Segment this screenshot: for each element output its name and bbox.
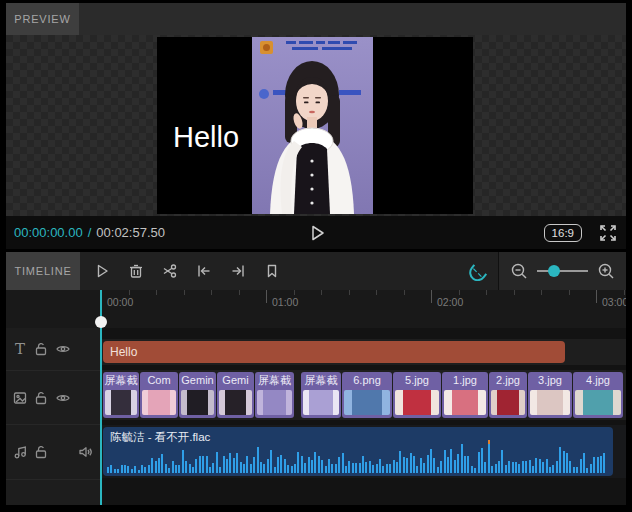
waveform-bar xyxy=(542,462,544,473)
image-clip-label: 屏幕截 xyxy=(103,372,139,388)
image-track-header xyxy=(6,371,100,425)
image-clip[interactable]: 3.jpg xyxy=(528,372,572,418)
timeline-play-button[interactable] xyxy=(90,259,114,283)
waveform-bar xyxy=(576,467,578,473)
waveform-bar xyxy=(114,469,116,473)
waveform-bar xyxy=(216,452,218,473)
text-clip[interactable]: Hello xyxy=(103,341,565,363)
zoom-in-button[interactable] xyxy=(596,261,616,281)
waveform-bar xyxy=(284,459,286,473)
preview-viewport: Hello xyxy=(6,35,626,216)
zoom-out-icon xyxy=(509,261,529,281)
delete-clip-button[interactable] xyxy=(124,259,148,283)
preview-tabbar: PREVIEW xyxy=(6,3,626,35)
waveform-bar xyxy=(148,465,150,473)
waveform-bar xyxy=(406,458,408,473)
audio-track-mute-button[interactable] xyxy=(77,444,93,460)
play-icon xyxy=(307,223,327,243)
waveform-bar xyxy=(393,460,395,473)
waveform-bar xyxy=(304,463,306,473)
waveform-bar xyxy=(403,457,405,473)
waveform-bar xyxy=(566,453,568,473)
audio-clip[interactable]: 陈毓洁 - 看不开.flac xyxy=(103,427,613,476)
zoom-out-button[interactable] xyxy=(509,261,529,281)
image-clip[interactable]: 1.jpg xyxy=(442,372,488,418)
image-clip[interactable]: 2.jpg xyxy=(489,372,527,418)
waveform-bar xyxy=(603,453,605,473)
waveform-bar xyxy=(253,457,255,473)
waveform-bar xyxy=(209,467,211,473)
waveform-bar xyxy=(325,466,327,473)
ruler-label: 03:00 xyxy=(602,296,626,308)
waveform-bar xyxy=(151,458,153,473)
waveform-bar xyxy=(478,452,480,473)
split-clip-button[interactable] xyxy=(158,259,182,283)
timeline-tool-icons xyxy=(90,252,294,290)
ruler-tick xyxy=(514,290,515,295)
waveform-bar xyxy=(590,464,592,473)
waveform-bar xyxy=(369,461,371,473)
waveform-bar xyxy=(280,455,282,473)
text-track-visibility-button[interactable] xyxy=(55,341,71,357)
preview-frame: Hello xyxy=(157,37,473,214)
waveform-bar xyxy=(416,466,418,473)
waveform-bar xyxy=(365,462,367,473)
image-clip[interactable]: 屏幕截 xyxy=(301,372,341,418)
waveform-bar xyxy=(311,460,313,473)
waveform-bar xyxy=(355,463,357,473)
waveform-bar xyxy=(335,464,337,473)
image-clip[interactable]: Gemin xyxy=(179,372,216,418)
fullscreen-button[interactable] xyxy=(598,223,618,243)
image-clip[interactable]: Gemi xyxy=(217,372,254,418)
ruler-tick xyxy=(156,290,157,295)
waveform-bar xyxy=(430,449,432,473)
preview-canvas-text[interactable]: Hello xyxy=(173,121,239,154)
waveform-bar xyxy=(107,467,109,473)
playhead-handle[interactable] xyxy=(95,316,107,328)
audio-track-lock-button[interactable] xyxy=(33,444,49,460)
waveform-bar xyxy=(481,448,483,473)
waveform-bar xyxy=(172,461,174,473)
image-track-visibility-button[interactable] xyxy=(55,390,71,406)
waveform-bar xyxy=(223,456,225,473)
text-track-lock-button[interactable] xyxy=(33,341,49,357)
image-clip[interactable]: 5.jpg xyxy=(393,372,441,418)
zoom-slider[interactable] xyxy=(537,261,588,281)
ruler-tick xyxy=(376,290,377,295)
waveform-bar xyxy=(352,463,354,473)
image-clip-label: 屏幕截 xyxy=(255,372,294,388)
timeline-tab[interactable]: TIMELINE xyxy=(6,252,80,290)
preview-tab[interactable]: PREVIEW xyxy=(6,3,79,35)
waveform-bar xyxy=(199,456,201,473)
seek-start-button[interactable] xyxy=(192,259,216,283)
image-track-lock-button[interactable] xyxy=(33,390,49,406)
waveform-bar xyxy=(522,461,524,473)
add-marker-button[interactable] xyxy=(260,259,284,283)
ruler-tick xyxy=(541,290,542,295)
seek-start-icon xyxy=(195,262,213,280)
snap-toggle-button[interactable] xyxy=(464,259,494,283)
waveform-bar xyxy=(314,452,316,473)
image-clip[interactable]: 6.png xyxy=(342,372,392,418)
seek-end-button[interactable] xyxy=(226,259,250,283)
zoom-slider-thumb[interactable] xyxy=(548,265,560,277)
image-clip[interactable]: Com xyxy=(140,372,178,418)
waveform-bar xyxy=(454,460,456,473)
timeline-tracks: T xyxy=(6,328,626,505)
image-clip[interactable]: 4.jpg xyxy=(573,372,623,418)
ruler-tick xyxy=(596,290,597,303)
waveform-bar xyxy=(229,453,231,473)
waveform-bar xyxy=(423,463,425,473)
zoom-slider-track[interactable] xyxy=(537,270,588,272)
image-clip-thumbnail xyxy=(491,390,525,415)
play-button[interactable] xyxy=(307,223,327,243)
eye-icon xyxy=(55,390,71,406)
waveform-bar xyxy=(593,457,595,473)
waveform-bar xyxy=(195,459,197,473)
image-clip[interactable]: 屏幕截 xyxy=(103,372,139,418)
waveform-bar xyxy=(287,465,289,473)
waveform-bar xyxy=(450,449,452,473)
image-clip[interactable]: 屏幕截 xyxy=(255,372,294,418)
waveform-bar xyxy=(121,465,123,473)
aspect-ratio-button[interactable]: 16:9 xyxy=(544,224,582,242)
